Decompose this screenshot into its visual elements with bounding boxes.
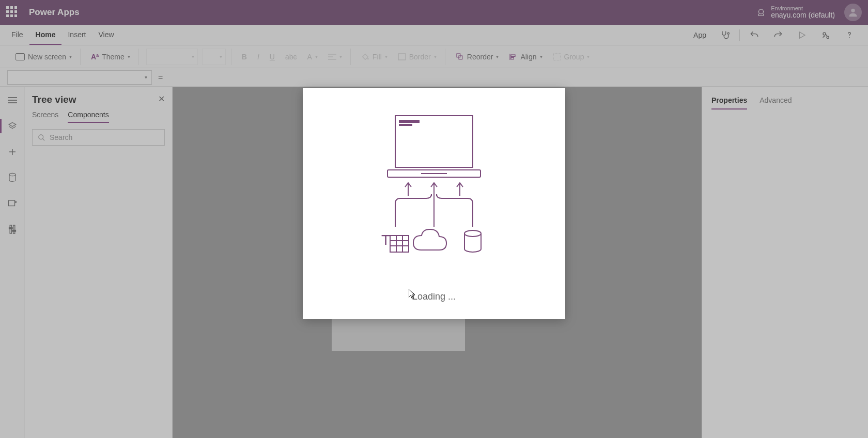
svg-point-49 [464,230,481,237]
loading-modal: T Loading ... [303,88,565,319]
loading-text: Loading ... [412,291,456,302]
svg-rect-36 [399,120,420,123]
modal-scrim: T Loading ... [0,0,868,438]
svg-rect-37 [399,124,412,126]
svg-rect-35 [395,116,473,167]
svg-rect-44 [390,236,409,252]
svg-text:T: T [381,232,390,248]
loading-illustration: T [367,105,501,281]
